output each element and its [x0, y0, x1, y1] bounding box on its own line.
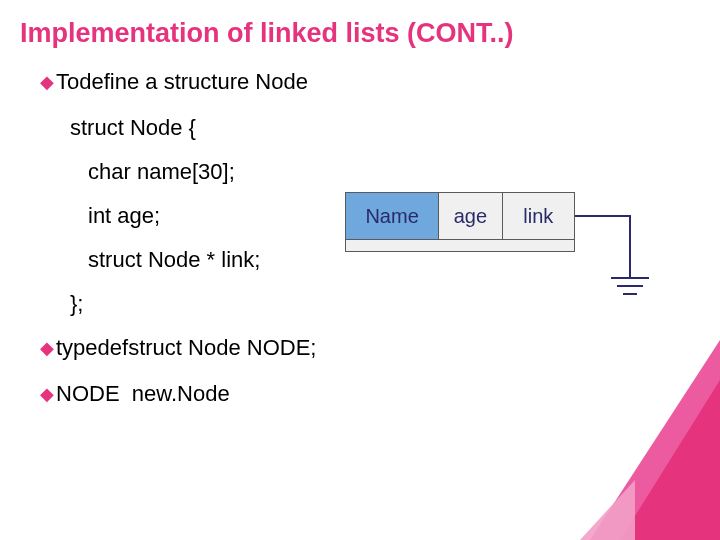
node-col-link: link [503, 193, 574, 239]
node-row: Name age link [345, 192, 575, 240]
bullet-1-rest: define a structure Node [79, 69, 308, 95]
slide-title: Implementation of linked lists (CONT..) [0, 0, 720, 49]
node-diagram: Name age link [345, 192, 675, 312]
node-blank-row [345, 240, 575, 252]
bullet-1: ◆To define a structure Node [40, 69, 720, 95]
code-name-line: char name[30]; [40, 159, 720, 185]
bullet-2: ◆typedef struct Node NODE; [40, 335, 720, 361]
bullet-3-prefix: NODE [56, 381, 120, 407]
diamond-icon: ◆ [40, 71, 54, 93]
code-struct-open: struct Node { [40, 115, 720, 141]
diamond-icon: ◆ [40, 337, 54, 359]
bullet-2-rest: struct Node NODE; [128, 335, 316, 361]
diamond-icon: ◆ [40, 383, 54, 405]
svg-marker-5 [580, 480, 635, 540]
bullet-1-prefix: To [56, 69, 79, 95]
bullet-2-prefix: typedef [56, 335, 128, 361]
node-col-age: age [439, 193, 502, 239]
bullet-3-rest: new.Node [120, 381, 230, 407]
bullet-3: ◆NODE new.Node [40, 381, 720, 407]
node-col-name: Name [346, 193, 439, 239]
